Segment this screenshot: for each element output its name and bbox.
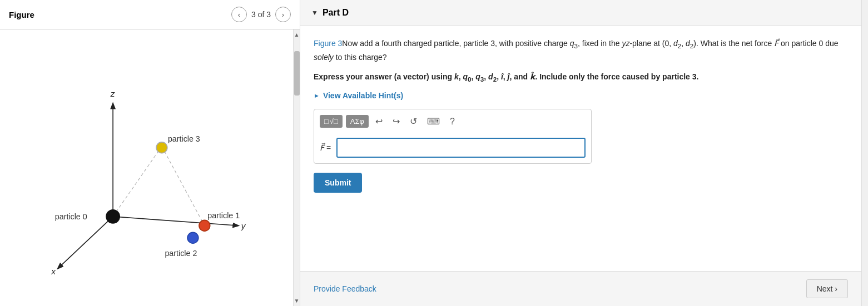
hint-arrow-icon: ►: [314, 92, 320, 99]
keyboard-icon: ⌨: [427, 117, 440, 126]
figure-panel: Figure ‹ 3 of 3 ›: [0, 0, 300, 306]
next-icon: ›: [282, 11, 284, 19]
math-input-row: F⃗ =: [320, 138, 586, 158]
symbol-button[interactable]: ΑΣφ: [346, 115, 369, 128]
redo-icon: ↪: [393, 117, 400, 126]
bottom-bar: Provide Feedback Next ›: [300, 271, 861, 306]
math-label: F⃗ =: [320, 143, 331, 152]
svg-line-4: [162, 147, 205, 226]
part-header: ▼ Part D: [300, 0, 861, 26]
undo-button[interactable]: ↩: [372, 115, 386, 128]
z-axis-label: z: [110, 89, 115, 98]
figure-counter: 3 of 3: [251, 10, 271, 19]
problem-description: Figure 3Now add a fourth charged particl…: [314, 37, 848, 64]
undo-icon: ↩: [375, 117, 383, 126]
next-button[interactable]: Next ›: [806, 279, 848, 298]
hint-label: View Available Hint(s): [323, 91, 403, 100]
collapse-icon[interactable]: ▼: [311, 9, 318, 17]
keyboard-button[interactable]: ⌨: [424, 115, 443, 128]
particle3-label: particle 3: [168, 134, 200, 143]
math-input-container: □ √□ ΑΣφ ↩ ↪ ↺ ⌨ ?: [314, 109, 592, 164]
figure-diagram: z y x particle 3 particle 0 particle 1: [0, 29, 293, 306]
particle1-dot: [199, 220, 210, 231]
coordinate-diagram: z y x particle 3 particle 0 particle 1: [0, 29, 293, 306]
svg-line-2: [58, 217, 113, 268]
particle1-label: particle 1: [207, 211, 240, 220]
next-figure-button[interactable]: ›: [275, 7, 291, 22]
submit-button[interactable]: Submit: [314, 173, 362, 193]
part-title: Part D: [323, 8, 349, 18]
particle0-dot: [106, 210, 120, 223]
instruction-text: Express your answer (a vector) using k, …: [314, 71, 848, 84]
template-button[interactable]: □ √□: [320, 115, 343, 128]
prev-icon: ‹: [238, 11, 240, 19]
figure-title: Figure: [9, 10, 34, 19]
figure-header: Figure ‹ 3 of 3 ›: [0, 0, 300, 29]
symbol-label: ΑΣφ: [350, 117, 364, 126]
scroll-up-arrow[interactable]: ▲: [294, 29, 300, 40]
right-scrollbar[interactable]: [861, 0, 868, 306]
figure3-link[interactable]: Figure 3: [314, 39, 342, 48]
svg-line-3: [113, 147, 162, 217]
next-label: Next ›: [817, 284, 837, 293]
particle0-label: particle 0: [55, 212, 87, 221]
particle3-dot: [156, 142, 167, 153]
right-panel: ▼ Part D Figure 3Now add a fourth charge…: [300, 0, 861, 306]
template-icon: □: [324, 117, 329, 126]
part-body: Figure 3Now add a fourth charged particl…: [300, 26, 861, 271]
prev-figure-button[interactable]: ‹: [231, 7, 247, 22]
figure-nav: ‹ 3 of 3 ›: [231, 7, 291, 22]
refresh-button[interactable]: ↺: [406, 115, 420, 128]
x-axis-label: x: [51, 267, 56, 276]
left-scrollbar[interactable]: ▲ ▼: [293, 29, 300, 306]
provide-feedback-link[interactable]: Provide Feedback: [314, 284, 376, 293]
math-toolbar: □ √□ ΑΣφ ↩ ↪ ↺ ⌨ ?: [320, 115, 586, 132]
math-answer-input[interactable]: [336, 138, 586, 158]
scroll-track: [294, 40, 300, 295]
help-icon: ?: [450, 117, 455, 126]
y-axis-label: y: [241, 221, 246, 230]
template-sqrt-icon: √□: [330, 117, 338, 126]
scroll-thumb[interactable]: [294, 51, 300, 96]
particle2-dot: [187, 232, 199, 243]
particle2-label: particle 2: [165, 249, 197, 258]
help-button[interactable]: ?: [447, 116, 458, 128]
redo-button[interactable]: ↪: [389, 115, 403, 128]
refresh-icon: ↺: [410, 117, 417, 126]
scroll-down-arrow[interactable]: ▼: [294, 295, 300, 306]
hint-link[interactable]: ► View Available Hint(s): [314, 91, 848, 100]
